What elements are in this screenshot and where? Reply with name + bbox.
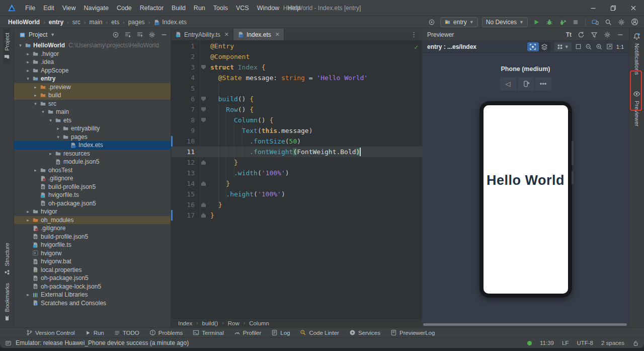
breadcrumb-item[interactable]: pages <box>128 19 145 26</box>
breadcrumb-item[interactable]: main <box>89 19 102 26</box>
back-button[interactable]: ◁ <box>500 77 516 91</box>
tree-item-scratches-and-consoles[interactable]: Scratches and Consoles <box>14 299 171 308</box>
tab-options-icon[interactable]: ⋮ <box>406 29 422 40</box>
tree-toggle-arrow[interactable]: ▸ <box>25 209 31 214</box>
phone-screen[interactable]: Hello World <box>484 105 568 294</box>
editor-breadcrumb-item[interactable]: Index <box>178 320 192 326</box>
account-avatar-icon[interactable] <box>630 18 639 27</box>
component-preview-toggle[interactable] <box>527 42 539 51</box>
line-number[interactable]: 3 <box>171 62 200 73</box>
zoom-out-icon[interactable] <box>585 43 592 50</box>
tree-item-hvigorfile.ts[interactable]: hvigorfile.ts <box>14 191 171 199</box>
frame-icon[interactable] <box>575 43 582 50</box>
close-button[interactable] <box>630 5 637 12</box>
tree-toggle-arrow[interactable]: ▸ <box>25 59 31 64</box>
toolwindow-log[interactable]: Log <box>271 329 290 336</box>
menu-help[interactable]: Help <box>283 3 304 14</box>
tree-item-build-profile.json5[interactable]: build-profile.json5 <box>14 183 171 191</box>
toolwindow-todo[interactable]: TODO <box>114 330 139 336</box>
editor-tab-index.ets[interactable]: Index.ets✕ <box>233 29 284 40</box>
locate-icon[interactable] <box>427 18 436 27</box>
tree-item-helloworld[interactable]: ▾HelloWorldC:\Users\amy\projects\HelloWo… <box>14 41 171 50</box>
refresh-icon[interactable] <box>578 31 585 38</box>
line-number[interactable]: 5 <box>171 83 200 94</box>
tree-item-hvigor[interactable]: ▸hvigor <box>14 207 171 216</box>
indent-setting[interactable]: 2 spaces <box>601 340 624 346</box>
layers-toggle[interactable] <box>539 42 550 51</box>
settings-gear-icon[interactable] <box>617 18 626 27</box>
close-tab-icon[interactable]: ✕ <box>275 31 280 38</box>
tree-item-hvigorw.bat[interactable]: hvigorw.bat <box>14 257 171 266</box>
restore-button[interactable] <box>610 5 617 12</box>
event-log-icon[interactable] <box>5 340 12 346</box>
layout-grid-dropdown[interactable]: ▼ <box>554 42 572 51</box>
tree-item-.hvigor[interactable]: ▸.hvigor <box>14 50 171 58</box>
sidebar-tab-notifications[interactable]: Notifications <box>633 29 640 79</box>
tree-item-src[interactable]: ▾src <box>14 100 171 108</box>
line-number[interactable]: 13 <box>171 168 200 178</box>
tree-item-hvigorw[interactable]: hvigorw <box>14 249 171 258</box>
tree-item-build-profile.json5[interactable]: build-profile.json5 <box>14 233 171 241</box>
line-number[interactable]: 1 <box>171 41 200 51</box>
code-line-16[interactable]: 16 } <box>171 199 422 210</box>
tree-item-local.properties[interactable]: local.properties <box>14 266 171 274</box>
line-number[interactable]: 17 <box>171 210 200 221</box>
editor-breadcrumb-item[interactable]: Column <box>249 320 269 326</box>
rotate-device-button[interactable] <box>517 77 534 91</box>
tree-item-resources[interactable]: ▸resources <box>14 150 171 158</box>
device-selector[interactable]: No Devices ▼ <box>482 17 528 27</box>
stop-button[interactable] <box>571 18 580 27</box>
tree-item-build[interactable]: ▸build <box>14 91 171 100</box>
code-line-15[interactable]: 15 .height('100%') <box>171 189 422 199</box>
close-tab-icon[interactable]: ✕ <box>224 31 229 38</box>
tree-item-appscope[interactable]: ▸AppScope <box>14 66 171 75</box>
sidebar-tab-structure[interactable]: Structure <box>4 239 10 279</box>
filter-icon[interactable] <box>591 31 598 38</box>
tree-toggle-arrow[interactable]: ▾ <box>17 43 24 48</box>
breadcrumb-item[interactable]: src <box>72 19 80 26</box>
tree-toggle-arrow[interactable]: ▸ <box>55 126 61 131</box>
code-line-10[interactable]: 10 .fontSize(50) <box>171 136 422 147</box>
line-number[interactable]: 10 <box>171 136 200 147</box>
tree-toggle-arrow[interactable]: ▸ <box>32 93 39 98</box>
toolwindow-terminal[interactable]: Terminal <box>193 329 223 336</box>
more-actions-button[interactable]: ••• <box>535 77 551 91</box>
tree-item-main[interactable]: ▾main <box>14 108 171 116</box>
status-message[interactable]: Emulator: release Huawei_Phone device su… <box>16 339 189 346</box>
tree-item-ohostest[interactable]: ▸ohosTest <box>14 166 171 175</box>
breadcrumb-item[interactable]: entry <box>49 19 63 26</box>
hide-previewer-icon[interactable] <box>617 31 624 38</box>
tree-item-.idea[interactable]: ▸.idea <box>14 58 171 66</box>
tree-item-external-libraries[interactable]: ▸External Libraries <box>14 291 171 299</box>
horizontal-scrollbar[interactable] <box>423 323 627 326</box>
readonly-lock-icon[interactable] <box>632 340 639 346</box>
code-line-5[interactable]: 5 <box>171 83 422 94</box>
menu-view[interactable]: View <box>58 3 80 14</box>
tree-toggle-arrow[interactable]: ▸ <box>32 168 39 173</box>
toolwindow-previewerlog[interactable]: PreviewerLog <box>390 329 435 336</box>
tree-toggle-arrow[interactable]: ▾ <box>55 134 61 139</box>
menu-refactor[interactable]: Refactor <box>136 3 168 14</box>
menu-code[interactable]: Code <box>113 3 136 14</box>
hide-panel-icon[interactable] <box>160 31 168 38</box>
line-number[interactable]: 9 <box>171 125 200 136</box>
menu-vcs[interactable]: VCS <box>232 3 253 14</box>
menu-edit[interactable]: Edit <box>39 3 58 14</box>
line-number[interactable]: 2 <box>171 51 200 62</box>
tree-toggle-arrow[interactable]: ▸ <box>25 51 31 56</box>
line-number[interactable]: 6 <box>171 94 200 104</box>
line-number[interactable]: 7 <box>171 104 200 115</box>
toolwindow-profiler[interactable]: Profiler <box>234 329 261 336</box>
device-manager-icon[interactable] <box>591 18 600 27</box>
toolwindow-problems[interactable]: Problems <box>149 329 183 336</box>
file-encoding[interactable]: UTF-8 <box>577 340 593 346</box>
zoom-in-icon[interactable] <box>596 43 603 50</box>
menu-navigate[interactable]: Navigate <box>80 3 113 14</box>
code-line-14[interactable]: 14 } <box>171 178 422 189</box>
module-selector[interactable]: entry ▼ <box>440 17 478 27</box>
zoom-ratio-label[interactable]: 1:1 <box>616 44 624 50</box>
menu-build[interactable]: Build <box>168 3 190 14</box>
inspection-ok-icon[interactable]: ✓ <box>414 42 418 52</box>
line-number[interactable]: 14 <box>171 178 200 189</box>
panel-settings-icon[interactable] <box>148 31 155 38</box>
